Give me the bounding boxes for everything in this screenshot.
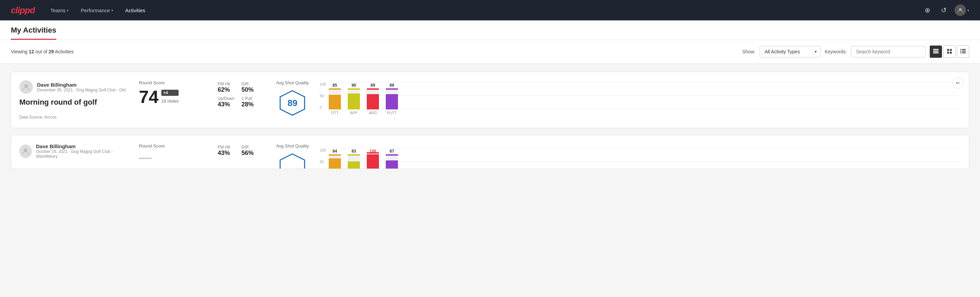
svg-rect-9	[962, 49, 966, 50]
hexagon: 89	[279, 89, 306, 117]
gir-value: 56%	[242, 150, 261, 156]
fw-hit-value: 43%	[218, 150, 237, 156]
svg-rect-7	[950, 52, 952, 54]
one-putt-label: 1 Putt	[242, 96, 261, 101]
round-score-wrapper: 74 +4 18 Holes	[139, 88, 207, 106]
search-input[interactable]	[851, 46, 926, 57]
svg-rect-11	[962, 51, 966, 52]
fw-hit-stat: FW Hit 62%	[218, 80, 242, 95]
round-score-section: Round Score 74 +4 18 Holes	[139, 80, 207, 107]
nav-activities[interactable]: Activities	[121, 5, 150, 16]
user-date: December 05, 2021 · Gog Magog Golf Club …	[37, 88, 126, 93]
viewing-count-text: Viewing 12 out of 29 Activities	[11, 49, 737, 54]
nav-performance[interactable]: Performance ▾	[76, 5, 118, 16]
toolbar: Viewing 12 out of 29 Activities Show: Al…	[0, 40, 980, 64]
svg-rect-13	[962, 52, 966, 53]
keywords-label: Keywords:	[825, 49, 847, 54]
user-menu-button[interactable]: ▾	[955, 5, 969, 16]
mini-stats: FW Hit 43% GIR 56%	[218, 144, 265, 158]
mini-stats: FW Hit 62% GIR 50% Up/Down 43% 1 Putt 28…	[218, 80, 265, 109]
page-title: My Activities	[11, 26, 56, 40]
bar-putt: 87	[386, 149, 398, 169]
svg-rect-4	[947, 49, 949, 51]
user-details: Dave Billingham December 05, 2021 · Gog …	[37, 82, 126, 93]
hexagon	[279, 153, 306, 169]
card-left: Dave Billingham December 05, 2021 · Gog …	[19, 80, 128, 120]
user-chevron-icon: ▾	[967, 8, 969, 12]
updown-stat: Up/Down 43%	[218, 95, 242, 109]
shot-quality-section: Avg Shot Quality 89 100 50 0	[276, 80, 961, 117]
round-score-label: Round Score	[139, 80, 207, 85]
list-dense-view-button[interactable]	[930, 46, 942, 58]
grid-icon	[947, 49, 952, 55]
fw-hit-value: 62%	[218, 86, 237, 93]
bar-app: 83	[348, 149, 360, 169]
page-header: My Activities	[0, 21, 980, 40]
bar-ott: 85	[329, 83, 341, 109]
svg-rect-6	[947, 52, 949, 54]
activity-card: Dave Billingham December 05, 2021 · Gog …	[11, 72, 969, 128]
gir-stat: GIR 50%	[242, 80, 265, 95]
updown-label: Up/Down	[218, 96, 237, 101]
gir-value: 50%	[242, 86, 261, 93]
bar-arg: 106	[367, 149, 379, 169]
round-score-value: 74	[139, 88, 159, 106]
user-info: Dave Billingham October 16, 2021 · Gog M…	[19, 144, 128, 159]
svg-rect-3	[933, 52, 939, 53]
toolbar-right: Show: All Activity Types Keywords:	[742, 46, 969, 58]
fw-hit-stat: FW Hit 43%	[218, 144, 242, 158]
user-name: Dave Billingham	[36, 144, 128, 149]
fw-hit-label: FW Hit	[218, 81, 237, 86]
nav-links: Teams ▾ Performance ▾ Activities	[46, 5, 911, 16]
shot-quality-section: Avg Shot Quality 100 50 0	[276, 144, 961, 169]
performance-chevron-icon: ▾	[111, 8, 113, 12]
activities-list: Dave Billingham December 05, 2021 · Gog …	[0, 64, 980, 177]
hexagon-wrapper: Avg Shot Quality 89	[276, 80, 309, 117]
score-holes: 18 Holes	[161, 99, 178, 104]
view-toggle	[930, 46, 969, 58]
show-label: Show:	[742, 49, 756, 54]
list-dense-icon	[933, 49, 939, 55]
data-source: Data Source: Arccos	[19, 115, 128, 120]
avatar	[19, 144, 32, 158]
logo: clippd	[11, 5, 35, 16]
svg-rect-2	[933, 51, 939, 52]
avatar	[19, 80, 33, 94]
add-button[interactable]: ⊕	[922, 5, 933, 16]
round-score-section: Round Score —	[139, 144, 207, 166]
bar-chart: 100 50 0 94	[320, 148, 961, 169]
updown-value: 43%	[218, 101, 237, 108]
activity-card: Dave Billingham October 16, 2021 · Gog M…	[11, 135, 969, 169]
grid-view-button[interactable]	[943, 46, 956, 58]
bar-chart: 100 50 0 85	[320, 82, 961, 115]
bar-app: 90	[348, 83, 360, 109]
avatar	[955, 5, 966, 16]
user-name: Dave Billingham	[37, 82, 126, 88]
svg-rect-10	[960, 51, 961, 52]
user-details: Dave Billingham October 16, 2021 · Gog M…	[36, 144, 128, 159]
activity-type-dropdown-wrapper: All Activity Types	[760, 46, 821, 57]
svg-rect-8	[960, 49, 961, 50]
round-score-label: Round Score	[139, 144, 207, 148]
svg-rect-1	[933, 49, 939, 50]
hexagon-wrapper: Avg Shot Quality	[276, 144, 309, 169]
gir-label: GIR	[242, 145, 261, 150]
refresh-button[interactable]: ↺	[938, 5, 949, 16]
activity-title: Morning round of golf	[19, 98, 128, 107]
pencil-icon: ✏	[956, 80, 960, 86]
user-date: October 16, 2021 · Gog Magog Golf Club -…	[36, 149, 128, 159]
edit-button[interactable]: ✏	[953, 77, 963, 88]
nav-right: ⊕ ↺ ▾	[922, 5, 969, 16]
user-info: Dave Billingham December 05, 2021 · Gog …	[19, 80, 128, 94]
avg-shot-quality-value: 89	[288, 98, 298, 109]
activity-type-dropdown[interactable]: All Activity Types	[760, 46, 821, 57]
bar-arg: 89	[367, 83, 379, 109]
teams-chevron-icon: ▾	[67, 8, 68, 12]
score-badge: +4	[161, 90, 178, 96]
fw-hit-label: FW Hit	[218, 145, 237, 150]
one-putt-stat: 1 Putt 28%	[242, 95, 265, 109]
nav-teams[interactable]: Teams ▾	[46, 5, 73, 16]
navbar: clippd Teams ▾ Performance ▾ Activities …	[0, 0, 980, 21]
gir-label: GIR	[242, 81, 261, 86]
list-view-button[interactable]	[957, 46, 969, 58]
